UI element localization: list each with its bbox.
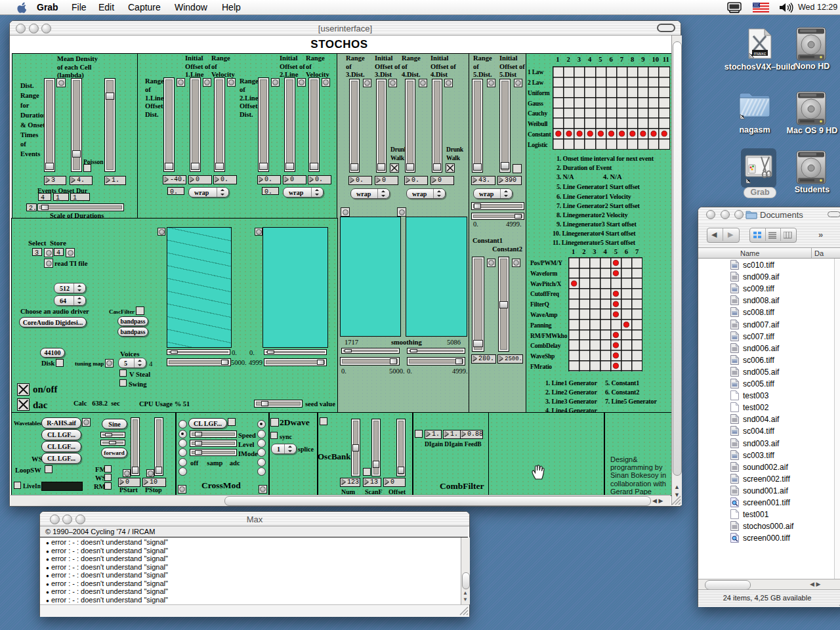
svg-text:maxc: maxc — [753, 51, 766, 56]
